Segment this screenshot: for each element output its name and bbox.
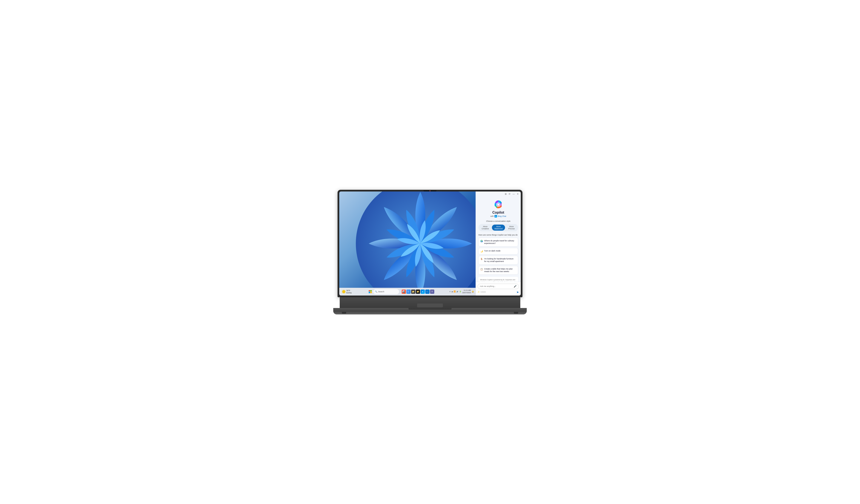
taskbar-app-4[interactable]: 📁: [416, 289, 420, 294]
notification-icon: 🔔: [472, 291, 474, 292]
touchpad: [417, 303, 443, 307]
laptop-base: [333, 297, 527, 314]
style-balanced-button[interactable]: More Balanced: [492, 225, 505, 231]
chat-input[interactable]: [480, 285, 513, 287]
bing-with-text: with: [490, 215, 494, 217]
mic-icon[interactable]: 🎤: [514, 285, 517, 288]
system-clock: 11:11 AM 10/27/2023: [462, 289, 471, 294]
conversation-style-selector: More Creative More Balanced More Precise: [478, 224, 518, 231]
copilot-body: Copilot with b Bing Chat Choose a conver…: [476, 197, 521, 282]
clock-date: 10/27/2023: [462, 292, 471, 294]
taskbar-app-teams[interactable]: T: [430, 289, 434, 294]
windows-start-button[interactable]: [368, 289, 372, 294]
bing-icon: b: [494, 215, 497, 217]
wallpaper-bloom: [356, 191, 476, 296]
weather-info: 78°F Sunny: [346, 289, 352, 294]
taskbar-center: 🔍 Search 🌊 C 📁 📁 e 🛒 T: [353, 289, 449, 294]
suggestion-2-text: Turn on dark mode: [484, 249, 501, 252]
taskbar-app-edge[interactable]: e: [420, 289, 425, 294]
input-footer-left: ✨ 0/4000: [477, 291, 486, 293]
suggestion-1-text: Where do people travel for culinary expe…: [484, 240, 516, 245]
weather-sun-icon: [342, 290, 345, 293]
suggestion-item-2[interactable]: 🌙 Turn on dark mode: [478, 248, 518, 255]
laptop-lid: 78°F Sunny 🔍 Sear: [338, 190, 522, 297]
style-creative-button[interactable]: More Creative: [479, 225, 491, 231]
suggestions-label: Here are some things Copilot can help yo…: [478, 234, 518, 236]
taskbar-app-1[interactable]: 🌊: [402, 289, 406, 294]
suggestion-4-icon: 📋: [480, 268, 483, 271]
suggestion-3-icon: 🪑: [480, 258, 483, 261]
copilot-history-button[interactable]: ⟳: [508, 192, 511, 196]
taskbar: 78°F Sunny 🔍 Sear: [339, 288, 476, 296]
copilot-input-area: 🎤 ✨ 0/4000 ➤: [476, 282, 521, 296]
copilot-logo: [493, 200, 503, 209]
screen: 78°F Sunny 🔍 Sear: [339, 191, 521, 296]
taskbar-search-label: Search: [378, 291, 384, 293]
suggestion-3-text: I'm looking for handmade furniture for m…: [484, 258, 516, 263]
copilot-title: Copilot: [492, 211, 504, 215]
taskbar-apps: 🌊 C 📁 📁 e 🛒 T: [402, 289, 434, 294]
suggestion-2-icon: 🌙: [480, 250, 483, 253]
suggestion-item-3[interactable]: 🪑 I'm looking for handmade furniture for…: [478, 256, 518, 264]
copilot-minimize-button[interactable]: —: [512, 192, 515, 196]
laptop: 78°F Sunny 🔍 Sear: [333, 190, 527, 314]
copilot-new-window-button[interactable]: ⊞: [504, 192, 507, 196]
char-count: 0/4000: [481, 291, 486, 293]
copilot-titlebar: ⊞ ⟳ — ✕: [476, 191, 521, 197]
system-tray: ∧ ☁ 📶 🔊 🔋: [449, 291, 461, 292]
disclaimer-text: Windows Copilot is powered by AI. Surpri…: [480, 279, 515, 282]
suggestion-item-1[interactable]: 🌍 Where do people travel for culinary ex…: [478, 238, 518, 246]
taskbar-app-5[interactable]: 🛒: [425, 289, 430, 294]
chat-input-box: 🎤: [477, 284, 519, 289]
keyboard-deck: [340, 297, 520, 309]
copilot-close-button[interactable]: ✕: [516, 192, 519, 196]
style-precise-button[interactable]: More Precise: [505, 225, 517, 231]
conversation-style-label: Choose a conversation style: [486, 220, 511, 222]
disclaimer-section: Windows Copilot is powered by AI. Surpri…: [478, 277, 518, 282]
suggestion-item-4[interactable]: 📋 Create a table that helps me plan meal…: [478, 266, 518, 275]
camera-dot: [430, 190, 430, 191]
clock-time: 11:11 AM: [462, 289, 471, 291]
taskbar-right: ∧ ☁ 📶 🔊 🔋 11:11 AM 10/27/2023 🔔: [449, 289, 474, 294]
sparkle-icon: ✨: [477, 291, 480, 293]
weather-temp: 78°F: [346, 289, 352, 292]
suggestion-4-text: Create a table that helps me plan meals …: [484, 268, 516, 273]
foot-left: [342, 312, 346, 314]
svg-point-3: [497, 203, 499, 206]
bing-chat-label: with b Bing Chat: [490, 215, 506, 217]
taskbar-app-2[interactable]: C: [406, 289, 411, 294]
taskbar-left: 78°F Sunny: [341, 289, 353, 294]
laptop-hinge: [408, 308, 452, 310]
suggestion-1-icon: 🌍: [480, 240, 483, 243]
copilot-panel: ⊞ ⟳ — ✕: [476, 191, 521, 296]
bing-chat-text: Bing Chat: [498, 215, 506, 217]
input-footer: ✨ 0/4000 ➤: [477, 290, 519, 294]
send-button[interactable]: ➤: [516, 290, 519, 294]
foot-right: [514, 312, 518, 314]
laptop-feet: [342, 312, 518, 314]
taskbar-search[interactable]: 🔍 Search: [373, 289, 399, 294]
taskbar-app-3[interactable]: 📁: [411, 289, 415, 294]
laptop-bottom: [333, 308, 527, 314]
windows-desktop: 78°F Sunny 🔍 Sear: [339, 191, 476, 296]
weather-condition: Sunny: [346, 292, 352, 294]
weather-widget: 78°F Sunny: [341, 289, 353, 294]
